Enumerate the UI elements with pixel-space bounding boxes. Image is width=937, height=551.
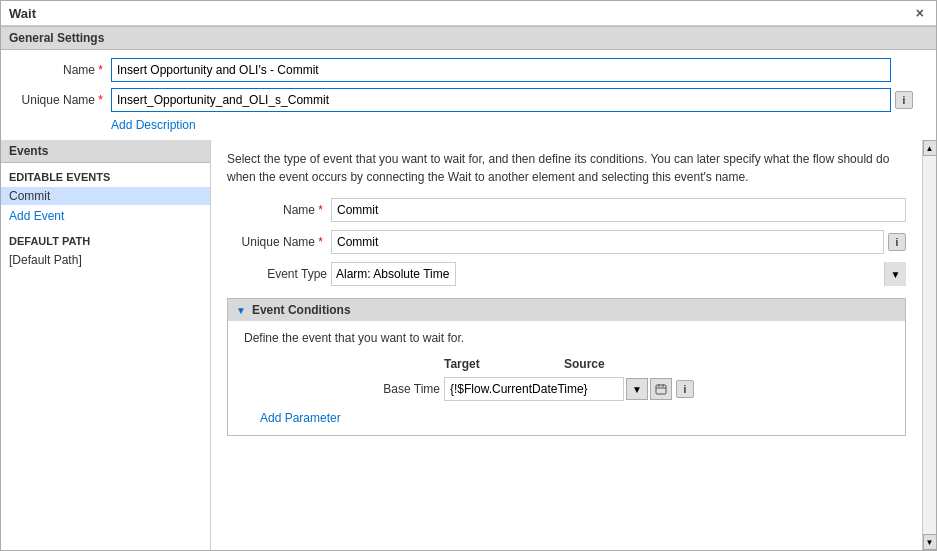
event-unique-name-required-star: *: [318, 235, 323, 249]
unique-name-required-star: *: [98, 93, 103, 107]
event-type-select[interactable]: Alarm: Absolute Time: [331, 262, 456, 286]
general-settings-area: Name * Unique Name * i Add Description: [1, 50, 936, 140]
event-unique-name-info-button[interactable]: i: [888, 233, 906, 251]
dialog-title: Wait: [9, 6, 36, 21]
event-conditions-body: Define the event that you want to wait f…: [228, 321, 905, 435]
target-col-header: Target: [444, 357, 564, 371]
content-area: General Settings Name * Unique Name * i: [1, 26, 936, 550]
event-unique-name-group: i: [331, 230, 906, 254]
event-conditions-section: ▼ Event Conditions Define the event that…: [227, 298, 906, 436]
name-required-star: *: [98, 63, 103, 77]
add-event-link[interactable]: Add Event: [1, 205, 210, 227]
event-name-label: Name *: [227, 203, 327, 217]
unique-name-row: Unique Name * i: [17, 88, 920, 112]
event-conditions-collapse-icon: ▼: [236, 305, 246, 316]
base-time-input[interactable]: [444, 377, 624, 401]
event-type-select-wrapper: Alarm: Absolute Time ▼: [331, 262, 906, 286]
event-type-dropdown-arrow-icon: ▼: [884, 262, 906, 286]
event-name-row: Name *: [227, 198, 906, 222]
scroll-up-button[interactable]: ▲: [923, 140, 937, 156]
dialog-titlebar: Wait ×: [1, 1, 936, 26]
dialog-container: Wait × General Settings Name * Unique Na…: [0, 0, 937, 551]
right-panel: Select the type of event that you want t…: [211, 140, 922, 550]
event-conditions-title: Event Conditions: [252, 303, 351, 317]
unique-name-input-group: i: [111, 88, 920, 112]
conditions-table-header: Target Source: [244, 357, 889, 371]
event-unique-name-label: Unique Name *: [227, 235, 327, 249]
base-time-input-group: ▼ i: [444, 377, 694, 401]
add-description-link[interactable]: Add Description: [111, 118, 920, 132]
svg-rect-0: [656, 385, 666, 394]
editable-events-label: EDITABLE EVENTS: [1, 163, 210, 187]
event-name-required-star: *: [318, 203, 323, 217]
base-time-label: Base Time: [244, 382, 440, 396]
name-input[interactable]: [111, 58, 891, 82]
left-panel: Events EDITABLE EVENTS Commit Add Event …: [1, 140, 211, 550]
base-time-dropdown-button[interactable]: ▼: [626, 378, 648, 400]
event-description-text: Select the type of event that you want t…: [227, 150, 906, 186]
add-parameter-link[interactable]: Add Parameter: [244, 411, 889, 425]
events-section-header: Events: [1, 140, 210, 163]
event-name-input[interactable]: [331, 198, 906, 222]
base-time-calendar-button[interactable]: [650, 378, 672, 400]
unique-name-input[interactable]: [111, 88, 891, 112]
default-path-label: DEFAULT PATH: [1, 227, 210, 251]
commit-event-item[interactable]: Commit: [1, 187, 210, 205]
conditions-table: Target Source Base Time ▼: [244, 357, 889, 401]
event-unique-name-row: Unique Name * i: [227, 230, 906, 254]
scrollbar-area: ▲ ▼: [922, 140, 936, 550]
name-row: Name *: [17, 58, 920, 82]
event-type-label: Event Type: [227, 267, 327, 281]
event-unique-name-input[interactable]: [331, 230, 884, 254]
base-time-row: Base Time ▼: [244, 377, 889, 401]
close-button[interactable]: ×: [912, 5, 928, 21]
default-path-item[interactable]: [Default Path]: [1, 251, 210, 269]
general-settings-header: General Settings: [1, 26, 936, 50]
base-time-info-button[interactable]: i: [676, 380, 694, 398]
unique-name-info-button[interactable]: i: [895, 91, 913, 109]
conditions-description: Define the event that you want to wait f…: [244, 331, 889, 345]
events-section-wrapper: Events EDITABLE EVENTS Commit Add Event …: [1, 140, 936, 550]
event-conditions-header[interactable]: ▼ Event Conditions: [228, 299, 905, 321]
name-label: Name *: [17, 63, 107, 77]
unique-name-label: Unique Name *: [17, 93, 107, 107]
source-col-header: Source: [564, 357, 684, 371]
event-type-row: Event Type Alarm: Absolute Time ▼: [227, 262, 906, 286]
scroll-down-button[interactable]: ▼: [923, 534, 937, 550]
